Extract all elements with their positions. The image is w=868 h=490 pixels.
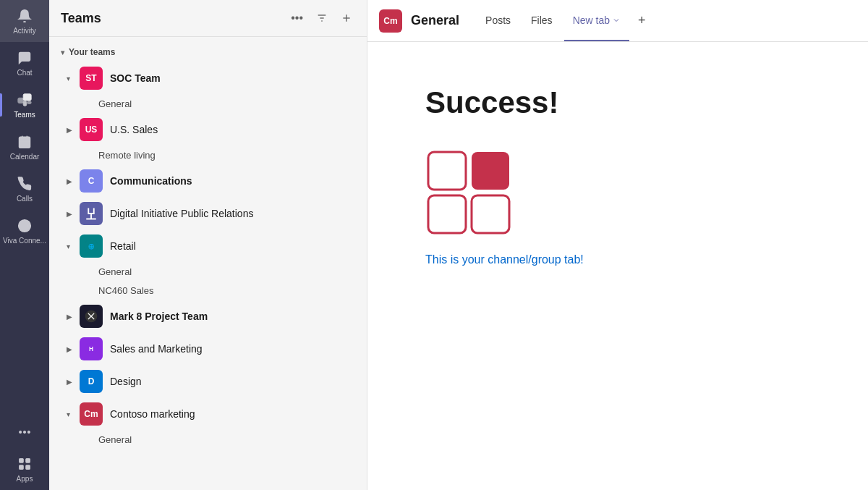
soc-avatar: ST: [80, 67, 103, 90]
ussales-avatar: US: [80, 118, 103, 141]
team-item-design[interactable]: ▶ D Design •••: [55, 366, 361, 397]
soc-chevron: ▾: [67, 75, 75, 83]
sidebar-item-activity[interactable]: Activity: [0, 0, 49, 42]
mark8-chevron: ▶: [67, 313, 75, 321]
salesmarketing-avatar: H: [80, 337, 103, 360]
teams-add-button[interactable]: [338, 9, 355, 28]
salesmarketing-chevron: ▶: [67, 345, 75, 353]
svg-rect-1: [23, 94, 31, 101]
channel-nc460-sales[interactable]: NC460 Sales: [55, 282, 361, 300]
design-avatar: D: [80, 370, 103, 393]
add-tab-button[interactable]: +: [632, 10, 652, 31]
team-item-mark8[interactable]: ▶ Mark 8 Project Team •••: [55, 300, 361, 332]
ussales-name: U.S. Sales: [110, 124, 349, 135]
team-item-retail[interactable]: ▾ 🌐 Retail •••: [55, 230, 361, 262]
dipr-name: Digital Initiative Public Relations: [110, 208, 349, 219]
channel-name: General: [98, 434, 349, 445]
main-area: Cm General Posts Files New tab + Success…: [367, 0, 868, 490]
contoso-chevron: ▾: [67, 410, 75, 418]
apps-label: Apps: [17, 475, 33, 483]
content-area: Success! This is your channel/group tab!: [367, 42, 868, 490]
teams-header: Teams •••: [49, 0, 367, 37]
design-name: Design: [110, 376, 349, 387]
tab-newtab[interactable]: New tab: [564, 0, 629, 41]
svg-rect-2: [23, 101, 27, 106]
svg-rect-33: [472, 195, 509, 233]
teams-filter-button[interactable]: [313, 9, 331, 28]
svg-text:H: H: [89, 345, 93, 352]
calendar-label: Calendar: [10, 153, 40, 161]
svg-rect-17: [26, 465, 30, 470]
svg-point-12: [23, 431, 25, 433]
channel-retail-general[interactable]: General: [55, 263, 361, 281]
channel-name: General: [98, 98, 349, 109]
dipr-chevron: ▶: [67, 210, 75, 218]
chevron-down-icon: [612, 16, 621, 25]
teams-more-button[interactable]: •••: [288, 9, 306, 28]
comm-avatar: C: [80, 169, 103, 193]
sidebar-nav: Activity Chat Teams: [0, 0, 49, 490]
tab-posts[interactable]: Posts: [477, 0, 519, 41]
channel-name: NC460 Sales: [98, 285, 349, 296]
teams-label: Teams: [14, 111, 35, 119]
comm-name: Communications: [110, 175, 349, 187]
retail-chevron: ▾: [67, 242, 75, 250]
ms-logo: [425, 149, 512, 236]
team-item-ussales[interactable]: ▶ US U.S. Sales •••: [55, 114, 361, 145]
svg-point-13: [27, 431, 30, 433]
main-header: Cm General Posts Files New tab +: [367, 0, 868, 42]
team-item-contoso[interactable]: ▾ Cm Contoso marketing •••: [55, 398, 361, 430]
calls-label: Calls: [17, 195, 33, 203]
contoso-name: Contoso marketing: [110, 408, 349, 420]
svg-rect-30: [428, 152, 466, 190]
sidebar-item-chat[interactable]: Chat: [0, 42, 49, 84]
channel-soc-general[interactable]: General •••: [55, 95, 361, 113]
sidebar-item-viva[interactable]: Viva Conne...: [0, 210, 49, 252]
bell-icon: [16, 7, 33, 25]
salesmarketing-name: Sales and Marketing: [110, 343, 349, 355]
viva-label: Viva Conne...: [3, 237, 46, 245]
mark8-name: Mark 8 Project Team: [110, 311, 349, 322]
sidebar-item-more[interactable]: [0, 416, 49, 448]
section-chevron: ▾: [61, 48, 64, 56]
svg-rect-31: [472, 152, 509, 190]
teams-icon: [16, 91, 33, 109]
svg-rect-0: [18, 98, 23, 103]
teams-header-actions: •••: [288, 9, 355, 28]
success-content: Success! This is your channel/group tab!: [425, 85, 584, 266]
svg-rect-14: [20, 459, 24, 463]
sidebar-item-apps[interactable]: Apps: [0, 448, 49, 490]
channel-name: General: [98, 266, 349, 277]
mark8-avatar: [80, 305, 103, 328]
calendar-icon: [16, 133, 33, 151]
apps-icon: [16, 455, 33, 473]
chat-icon: [16, 49, 33, 67]
channel-title: General: [411, 13, 459, 28]
sidebar-item-calls[interactable]: Calls: [0, 168, 49, 210]
team-item-dipr[interactable]: ▶ Digital Initiative Public Relations ••…: [55, 198, 361, 229]
tab-dropdown: New tab: [573, 14, 621, 26]
sidebar-item-calendar[interactable]: Calendar: [0, 126, 49, 168]
success-subtitle: This is your channel/group tab!: [425, 253, 584, 266]
teams-title: Teams: [61, 11, 288, 26]
svg-point-11: [20, 431, 22, 433]
tab-bar: Posts Files New tab +: [477, 0, 856, 41]
svg-text:🌐: 🌐: [88, 243, 95, 250]
soc-name: SOC Team: [110, 72, 349, 84]
sidebar-item-teams[interactable]: Teams: [0, 84, 49, 126]
tab-files[interactable]: Files: [522, 0, 561, 41]
ussales-chevron: ▶: [67, 126, 75, 134]
svg-rect-3: [27, 101, 31, 104]
svg-rect-16: [20, 465, 24, 470]
retail-avatar: 🌐: [80, 235, 103, 258]
svg-rect-32: [428, 195, 466, 233]
section-label: Your teams: [69, 47, 115, 57]
your-teams-section[interactable]: ▾ Your teams: [49, 43, 367, 62]
channel-contoso-general[interactable]: General: [55, 431, 361, 449]
dipr-avatar: [80, 202, 103, 225]
viva-icon: [16, 217, 33, 235]
channel-remote-living[interactable]: Remote living •••: [55, 146, 361, 164]
team-item-soc[interactable]: ▾ ST SOC Team •••: [55, 62, 361, 94]
team-item-salesmarketing[interactable]: ▶ H Sales and Marketing •••: [55, 333, 361, 365]
team-item-communications[interactable]: ▶ C Communications •••: [55, 165, 361, 197]
